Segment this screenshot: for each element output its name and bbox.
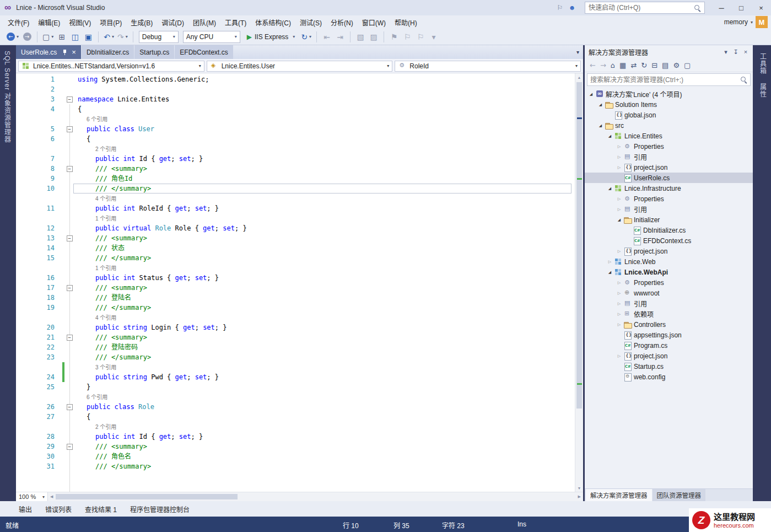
document-tab-EFDbContext.cs[interactable]: EFDbContext.cs — [175, 45, 233, 59]
preview-selected-items-icon[interactable]: ▢ — [684, 61, 691, 69]
minimize-button[interactable]: ─ — [711, 0, 731, 15]
line-number[interactable]: 28 — [16, 432, 62, 442]
sql-server-object-explorer-tab[interactable]: SQL Server 对象资源管理器 — [3, 51, 12, 143]
line-number[interactable]: 7 — [16, 154, 62, 164]
browser-link-refresh-button[interactable]: ↻▾ — [300, 31, 312, 43]
tree-item-wwwroot[interactable]: ▷wwwroot — [585, 288, 753, 298]
tree-item-Lnice.WebApi[interactable]: ◢Lnice.WebApi — [585, 267, 753, 277]
quick-launch[interactable] — [585, 2, 705, 14]
pin-tab-icon[interactable] — [62, 49, 67, 56]
panel-tab-解决方案资源管理器[interactable]: 解决方案资源管理器 — [586, 489, 652, 501]
expand-arrow-icon[interactable]: ▷ — [606, 260, 614, 264]
tree-item-Properties[interactable]: ▷Properties — [585, 194, 753, 204]
menu-item-12[interactable]: 窗口(W) — [358, 16, 390, 29]
line-number[interactable] — [16, 263, 62, 273]
line-number[interactable]: 3 — [16, 94, 62, 104]
scroll-right-icon[interactable]: ▶ — [578, 492, 581, 501]
tree-item-Properties[interactable]: ▷Properties — [585, 277, 753, 288]
next-bookmark-button[interactable]: ⚐ — [414, 31, 427, 43]
zoom-control[interactable]: 100 % ▾ — [16, 492, 48, 501]
menu-item-5[interactable]: 生成(B) — [126, 16, 157, 29]
line-number[interactable]: 21 — [16, 332, 62, 342]
tab-list-chevron-icon[interactable]: ▾ — [573, 49, 583, 55]
redo-button[interactable]: ↷▾ — [116, 31, 129, 43]
expand-arrow-icon[interactable]: ▷ — [615, 312, 623, 316]
collapse-arrow-icon[interactable]: ◢ — [606, 186, 614, 191]
collapse-arrow-icon[interactable]: ◢ — [606, 134, 614, 138]
line-number[interactable]: 29 — [16, 442, 62, 452]
expand-arrow-icon[interactable]: ▷ — [615, 144, 623, 149]
tree-item-Program.cs[interactable]: Program.cs — [585, 340, 753, 351]
fold-collapse-icon[interactable]: − — [67, 285, 73, 291]
line-number[interactable]: 11 — [16, 203, 62, 213]
tree-item-src[interactable]: ◢src — [585, 120, 753, 131]
tree-item-Lnice.Infrastructure[interactable]: ◢Lnice.Infrastructure — [585, 183, 753, 194]
code-editor[interactable]: 1using System.Collections.Generic;23−nam… — [16, 73, 575, 492]
line-number[interactable] — [16, 213, 62, 223]
line-number[interactable]: 10 — [16, 184, 62, 194]
bottom-tab-错误列表[interactable]: 错误列表 — [45, 504, 72, 514]
line-number[interactable]: 15 — [16, 253, 62, 263]
tree-item-解决方案'Lnice' (4 个项目)[interactable]: ◢解决方案'Lnice' (4 个项目) — [585, 89, 753, 99]
menu-item-4[interactable]: 项目(P) — [95, 16, 126, 29]
collapse-arrow-icon[interactable]: ◢ — [596, 123, 605, 128]
tree-item-project.json[interactable]: ▷project.json — [585, 162, 753, 173]
document-tab-UserRole.cs[interactable]: UserRole.cs× — [16, 45, 81, 59]
dock-tab-属性[interactable]: 属性 — [758, 83, 768, 98]
panel-tab-团队资源管理器[interactable]: 团队资源管理器 — [653, 489, 706, 501]
fold-collapse-icon[interactable]: − — [67, 444, 73, 450]
line-number[interactable]: 22 — [16, 342, 62, 352]
collapse-arrow-icon[interactable]: ◢ — [615, 218, 623, 222]
line-number[interactable]: 8 — [16, 164, 62, 174]
collapse-arrow-icon[interactable]: ◢ — [596, 103, 605, 107]
editor-vertical-scrollbar[interactable]: ▲ ▼ — [575, 73, 583, 492]
tree-item-Properties[interactable]: ▷Properties — [585, 141, 753, 152]
expand-arrow-icon[interactable]: ▷ — [615, 354, 623, 358]
line-number[interactable]: 4 — [16, 104, 62, 114]
fold-collapse-icon[interactable]: − — [67, 166, 73, 172]
refresh-icon[interactable]: ↻ — [641, 61, 647, 69]
collapse-arrow-icon[interactable]: ◢ — [606, 270, 614, 275]
quick-launch-input[interactable] — [589, 4, 694, 12]
collapse-arrow-icon[interactable]: ◢ — [587, 92, 595, 96]
scroll-left-icon[interactable]: ◀ — [50, 492, 53, 501]
solution-search-input[interactable] — [590, 76, 740, 84]
previous-bookmark-button[interactable]: ⚐ — [401, 31, 413, 43]
menu-item-9[interactable]: 体系结构(C) — [251, 16, 295, 29]
scroll-up-icon[interactable]: ▲ — [575, 73, 583, 81]
line-number[interactable]: 27 — [16, 412, 62, 422]
line-number[interactable] — [16, 114, 62, 124]
tree-item-appsettings.json[interactable]: appsettings.json — [585, 330, 753, 340]
uncomment-selection-button[interactable]: ▨ — [368, 31, 380, 43]
line-number[interactable]: 25 — [16, 382, 62, 392]
notifications-flag-icon[interactable]: ⚐ — [554, 4, 566, 12]
line-number[interactable] — [16, 194, 62, 203]
tree-item-引用[interactable]: ▷引用 — [585, 204, 753, 214]
window-position-icon[interactable]: ▾ — [721, 49, 731, 56]
fold-collapse-icon[interactable]: − — [67, 126, 73, 132]
line-number[interactable]: 5 — [16, 124, 62, 134]
properties-icon[interactable]: ⚙ — [673, 61, 680, 69]
menu-item-11[interactable]: 分析(N) — [326, 16, 358, 29]
decrease-indent-button[interactable]: ⇤ — [321, 31, 333, 43]
close-tab-icon[interactable]: × — [72, 49, 76, 56]
tree-item-UserRole.cs[interactable]: UserRole.cs — [585, 173, 753, 183]
navigate-backward-button[interactable]: ←▾ — [6, 31, 20, 43]
tree-item-web.config[interactable]: web.config — [585, 372, 753, 382]
bottom-tab-程序包管理器控制台[interactable]: 程序包管理器控制台 — [130, 504, 190, 514]
undo-button[interactable]: ↶▾ — [103, 31, 115, 43]
line-number[interactable] — [16, 313, 62, 323]
menu-item-13[interactable]: 帮助(H) — [390, 16, 422, 29]
tree-item-引用[interactable]: ▷引用 — [585, 152, 753, 162]
line-number[interactable]: 1 — [16, 74, 62, 84]
tree-item-Lnice.Web[interactable]: ▷Lnice.Web — [585, 256, 753, 267]
line-number[interactable] — [16, 392, 62, 402]
navbar-dropdown-1[interactable]: Lnice.Entites..NETStandard,Version=v1.6▾ — [18, 61, 204, 72]
comment-selection-button[interactable]: ▧ — [354, 31, 366, 43]
bottom-tab-查找结果 1[interactable]: 查找结果 1 — [85, 504, 117, 514]
menu-item-7[interactable]: 团队(M) — [188, 16, 220, 29]
start-debugging-button[interactable]: ▶IIS Express▾ — [243, 31, 299, 43]
dock-tab-工具箱[interactable]: 工具箱 — [758, 53, 768, 74]
scroll-down-icon[interactable]: ▼ — [575, 484, 583, 492]
document-tab-Startup.cs[interactable]: Startup.cs — [134, 45, 174, 59]
